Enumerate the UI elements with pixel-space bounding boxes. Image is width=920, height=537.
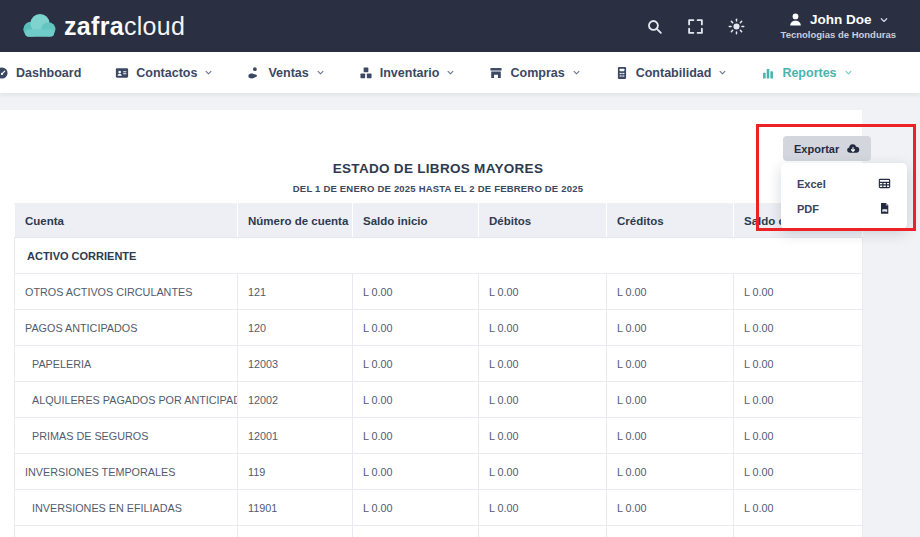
- account-number-cell: 118: [238, 526, 353, 537]
- account-name-cell: ALQUILERES PAGADOS POR ANTICIPADO: [15, 382, 238, 418]
- export-dropdown: Excel PDF PDF: [781, 163, 907, 229]
- saldo-cierre-cell: L 0.00: [734, 490, 863, 526]
- menu-item-ventas[interactable]: Ventas: [247, 66, 324, 80]
- table-header: CuentaNúmero de cuentaSaldo inicioDébito…: [15, 204, 863, 238]
- account-number-cell: 12003: [238, 346, 353, 382]
- account-number-cell: 12001: [238, 418, 353, 454]
- brightness-icon[interactable]: [728, 18, 745, 35]
- account-name-cell: OTROS ACTIVOS CIRCULANTES: [15, 274, 238, 310]
- reports-icon: [761, 66, 775, 80]
- table-row: ALQUILERES PAGADOS POR ANTICIPADO12002L …: [15, 382, 863, 418]
- column-header: Créditos: [607, 204, 734, 238]
- account-name-cell: INVERSIONES EN EFILIADAS: [15, 490, 238, 526]
- saldo-inicio-cell: L 0.00: [353, 526, 479, 537]
- debitos-cell: L 0.00: [479, 310, 607, 346]
- menu-item-reportes[interactable]: Reportes: [761, 66, 852, 80]
- saldo-inicio-cell: L 0.00: [353, 454, 479, 490]
- chevron-down-icon: [446, 68, 455, 77]
- menu-item-contabilidad[interactable]: Contabilidad: [615, 66, 728, 80]
- table-row: OTROS ACTIVOS CIRCULANTES121L 0.00L 0.00…: [15, 274, 863, 310]
- saldo-inicio-cell: L 0.00: [353, 382, 479, 418]
- account-name-cell: INVERSIONES TEMPORALES: [15, 454, 238, 490]
- section-row: ACTIVO CORRIENTE: [15, 238, 863, 274]
- table-row: PRIMAS DE SEGUROS12001L 0.00L 0.00L 0.00…: [15, 418, 863, 454]
- top-navbar: zafracloud John Doe Tecnologias de Hondu…: [0, 0, 920, 52]
- column-header: Saldo inicio: [353, 204, 479, 238]
- section-label: ACTIVO CORRIENTE: [15, 238, 863, 274]
- saldo-inicio-cell: L 0.00: [353, 418, 479, 454]
- export-button-label: Exportar: [794, 143, 839, 155]
- debitos-cell: L 0.00: [479, 346, 607, 382]
- saldo-cierre-cell: L 0.00: [734, 346, 863, 382]
- creditos-cell: L 0.00: [607, 382, 734, 418]
- saldo-cierre-cell: L 0.00: [734, 454, 863, 490]
- account-name-cell: PAPELERIA: [15, 346, 238, 382]
- contacts-icon: [115, 66, 129, 80]
- column-header: Número de cuenta: [238, 204, 353, 238]
- accounting-icon: [615, 66, 629, 80]
- saldo-cierre-cell: L 0.00: [734, 310, 863, 346]
- chevron-down-icon: [204, 68, 213, 77]
- debitos-cell: L 0.00: [479, 274, 607, 310]
- report-date-range: DEL 1 DE ENERO DE 2025 HASTA EL 2 DE FEB…: [14, 183, 862, 194]
- search-icon[interactable]: [646, 18, 663, 35]
- creditos-cell: L 0.00: [607, 490, 734, 526]
- saldo-inicio-cell: L 0.00: [353, 490, 479, 526]
- sales-icon: [247, 66, 261, 80]
- cloud-download-icon: [846, 142, 860, 156]
- table-row: INVERSIONES TEMPORALES119L 0.00L 0.00L 0…: [15, 454, 863, 490]
- purchases-icon: [489, 66, 503, 80]
- table-row: PAGOS ANTICIPADOS120L 0.00L 0.00L 0.00L …: [15, 310, 863, 346]
- account-name-cell: INVENTARIOS: [15, 526, 238, 537]
- export-button[interactable]: Exportar: [783, 136, 871, 161]
- export-option-pdf[interactable]: PDF PDF: [781, 196, 907, 221]
- debitos-cell: L 0.00: [479, 418, 607, 454]
- brand-logo[interactable]: zafracloud: [20, 11, 185, 41]
- pdf-file-icon: PDF: [878, 202, 891, 215]
- creditos-cell: L 0.00: [607, 346, 734, 382]
- report-header: ESTADO DE LIBROS MAYORES DEL 1 DE ENERO …: [14, 161, 862, 194]
- creditos-cell: L 0.00: [607, 310, 734, 346]
- menu-item-compras[interactable]: Compras: [489, 66, 580, 80]
- export-option-excel[interactable]: Excel: [781, 171, 907, 196]
- saldo-cierre-cell: L 0.00: [734, 274, 863, 310]
- creditos-cell: L 0.00: [607, 454, 734, 490]
- table-row: PAPELERIA12003L 0.00L 0.00L 0.00L 0.00: [15, 346, 863, 382]
- menu-item-dashboard[interactable]: Dashboard: [0, 66, 81, 80]
- account-number-cell: 119: [238, 454, 353, 490]
- debitos-cell: L 0.00: [479, 382, 607, 418]
- brand-name: zafracloud: [64, 12, 185, 41]
- chevron-down-icon: [572, 68, 581, 77]
- account-number-cell: 12002: [238, 382, 353, 418]
- user-name: John Doe: [810, 12, 872, 27]
- user-company: Tecnologias de Honduras: [781, 29, 896, 40]
- saldo-inicio-cell: L 0.00: [353, 346, 479, 382]
- saldo-cierre-cell: L 0.00: [734, 418, 863, 454]
- report-title: ESTADO DE LIBROS MAYORES: [14, 161, 862, 176]
- account-number-cell: 121: [238, 274, 353, 310]
- saldo-inicio-cell: L 0.00: [353, 274, 479, 310]
- chevron-down-icon: [718, 68, 727, 77]
- creditos-cell: L 0.00: [607, 418, 734, 454]
- column-header: Débitos: [479, 204, 607, 238]
- account-name-cell: PAGOS ANTICIPADOS: [15, 310, 238, 346]
- table-row: INVENTARIOS118L 0.00L 2,084,245.58L 2,11…: [15, 526, 863, 537]
- column-header: Cuenta: [15, 204, 238, 238]
- creditos-cell: L 2,111,677.51: [607, 526, 734, 537]
- fullscreen-icon[interactable]: [687, 18, 704, 35]
- ledger-table: CuentaNúmero de cuentaSaldo inicioDébito…: [14, 203, 863, 537]
- menu-item-inventario[interactable]: Inventario: [359, 66, 456, 80]
- table-row: INVERSIONES EN EFILIADAS11901L 0.00L 0.0…: [15, 490, 863, 526]
- chevron-down-icon: [316, 68, 325, 77]
- debitos-cell: L 2,084,245.58: [479, 526, 607, 537]
- saldo-inicio-cell: L 0.00: [353, 310, 479, 346]
- chevron-down-icon: [844, 68, 853, 77]
- saldo-cierre-cell: L 0.00: [734, 382, 863, 418]
- account-number-cell: 11901: [238, 490, 353, 526]
- cloud-logo-icon: [20, 11, 60, 41]
- debitos-cell: L 0.00: [479, 454, 607, 490]
- spreadsheet-icon: [878, 177, 891, 190]
- saldo-cierre-cell: L -27,431.93: [734, 526, 863, 537]
- user-menu[interactable]: John Doe Tecnologias de Honduras: [781, 12, 896, 40]
- menu-item-contactos[interactable]: Contactos: [115, 66, 213, 80]
